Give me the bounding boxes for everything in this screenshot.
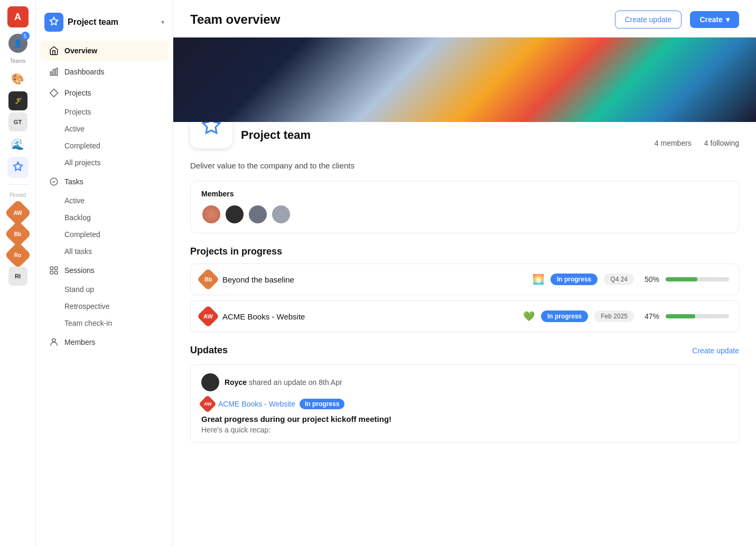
sidebar: Project team ▾ Overview Dashboar — [36, 0, 173, 546]
projects-list: Bb Beyond the baseline 🌅 In progress Q4 … — [173, 263, 756, 345]
sidebar-sub-active-projects[interactable]: Active — [40, 121, 169, 137]
project-name-bb: Beyond the baseline — [222, 275, 522, 284]
sidebar-label-tasks: Tasks — [64, 177, 83, 186]
updates-title: Updates — [190, 345, 228, 356]
app-logo[interactable]: A — [7, 6, 29, 27]
project-percent-bb: 50% — [640, 275, 659, 284]
member-1[interactable] — [201, 204, 221, 224]
pinned-list: AW Bb Ro RI — [0, 203, 35, 286]
project-status-aw: In progress — [541, 310, 588, 322]
svg-rect-2 — [56, 68, 58, 76]
progress-bar-bb — [666, 277, 729, 281]
members-label: Members — [201, 190, 728, 198]
project-status-bb: In progress — [550, 274, 598, 285]
updates-create-link[interactable]: Create update — [692, 346, 739, 355]
following-count: 4 following — [704, 139, 739, 147]
progress-bar-aw — [666, 314, 729, 318]
page-title: Team overview — [190, 12, 606, 27]
create-button-label: Create — [699, 15, 723, 24]
create-update-button[interactable]: Create update — [615, 11, 682, 29]
home-icon — [49, 45, 59, 56]
svg-rect-0 — [50, 72, 52, 76]
teams-label: Teams — [10, 58, 25, 64]
teams-list: 🎨 𝓕 GT 🌊 — [0, 68, 35, 178]
svg-rect-1 — [53, 70, 55, 76]
project-percent-aw: 47% — [640, 312, 659, 321]
sidebar-team-icon — [44, 13, 63, 32]
team-meta: 4 members 4 following — [655, 139, 739, 147]
project-date-aw: Feb 2025 — [594, 310, 634, 322]
user-avatar[interactable]: 👤 5 — [8, 34, 27, 53]
team-icon-2[interactable]: 𝓕 — [8, 91, 27, 110]
sidebar-chevron[interactable]: ▾ — [161, 18, 164, 26]
sidebar-sub-team-checkin[interactable]: Team check-in — [40, 315, 169, 331]
updates-section: Updates Create update Royce shared an up… — [173, 345, 756, 443]
team-name: Project team — [241, 128, 311, 142]
members-section: Members — [190, 181, 739, 233]
pinned-label: Pinned — [10, 192, 26, 198]
progress-fill-bb — [666, 277, 697, 281]
member-3[interactable] — [248, 204, 268, 224]
update-avatar — [201, 373, 219, 391]
update-title: Great progress during our project kickof… — [201, 415, 728, 423]
svg-rect-3 — [50, 89, 58, 97]
sidebar-sub-active-tasks[interactable]: Active — [40, 193, 169, 209]
grid-icon — [49, 265, 59, 276]
svg-rect-5 — [50, 267, 53, 269]
update-meta: Royce shared an update on 8th Apr — [225, 378, 342, 387]
project-alert-aw: 💚 — [523, 310, 535, 322]
main-header: Team overview Create update Create ▾ — [173, 0, 756, 37]
sidebar-sub-completed-tasks[interactable]: Completed — [40, 227, 169, 242]
team-icon-4[interactable]: 🌊 — [7, 134, 29, 155]
team-description: Deliver value to the company and to the … — [173, 161, 756, 181]
team-icon-5[interactable] — [7, 157, 29, 178]
create-chevron-icon: ▾ — [726, 15, 730, 24]
team-banner — [173, 37, 756, 122]
sidebar-item-dashboards[interactable]: Dashboards — [40, 62, 169, 82]
sidebar-sub-all-tasks[interactable]: All tasks — [40, 243, 169, 259]
project-card-bb[interactable]: Bb Beyond the baseline 🌅 In progress Q4 … — [190, 263, 739, 295]
update-meta-detail: shared an update on 8th Apr — [249, 378, 342, 387]
team-info: Project team 4 members 4 following — [241, 123, 739, 147]
sidebar-sub-backlog-tasks[interactable]: Backlog — [40, 210, 169, 225]
team-icon-1[interactable]: 🎨 — [7, 68, 29, 89]
member-4[interactable] — [271, 204, 291, 224]
sidebar-item-sessions[interactable]: Sessions — [40, 260, 169, 280]
team-icon-3[interactable]: GT — [8, 112, 27, 131]
sidebar-item-overview[interactable]: Overview — [40, 41, 169, 61]
sidebar-sub-projects[interactable]: Projects — [40, 104, 169, 120]
sidebar-sub-all-projects[interactable]: All projects — [40, 155, 169, 171]
sidebar-label-projects: Projects — [64, 89, 91, 97]
check-circle-icon — [49, 176, 59, 187]
update-body: Here's a quick recap: — [201, 426, 728, 434]
banner-image — [173, 37, 756, 122]
project-icon-bb: Bb — [197, 268, 219, 290]
sidebar-label-sessions: Sessions — [64, 266, 95, 275]
sidebar-item-members[interactable]: Members — [40, 332, 169, 352]
update-status-badge: In progress — [300, 399, 344, 409]
sidebar-label-members: Members — [64, 338, 95, 346]
notification-badge: 5 — [21, 32, 30, 40]
members-count: 4 members — [655, 139, 692, 147]
update-project-icon: AW — [199, 395, 217, 413]
sidebar-item-tasks[interactable]: Tasks — [40, 172, 169, 192]
pinned-ri[interactable]: RI — [8, 267, 27, 286]
projects-section-header: Projects in progress — [173, 246, 756, 263]
sidebar-item-projects[interactable]: Projects — [40, 83, 169, 103]
svg-point-9 — [52, 338, 55, 342]
member-2[interactable] — [225, 204, 245, 224]
sidebar-navigation: Overview Dashboards Projects Pro — [36, 40, 173, 353]
update-project-name[interactable]: ACME Books - Website — [218, 400, 295, 408]
project-icon-aw: AW — [197, 305, 219, 327]
pinned-ro[interactable]: Ro — [4, 242, 31, 269]
sidebar-sub-standup[interactable]: Stand up — [40, 281, 169, 297]
project-alert-bb: 🌅 — [533, 274, 544, 285]
svg-rect-7 — [50, 271, 53, 274]
sidebar-label-overview: Overview — [64, 46, 97, 55]
divider-1 — [7, 184, 29, 185]
project-card-aw[interactable]: AW ACME Books - Website 💚 In progress Fe… — [190, 300, 739, 332]
svg-rect-8 — [55, 271, 58, 274]
sidebar-sub-completed-projects[interactable]: Completed — [40, 138, 169, 154]
create-button[interactable]: Create ▾ — [690, 11, 739, 28]
sidebar-sub-retrospective[interactable]: Retrospective — [40, 298, 169, 314]
